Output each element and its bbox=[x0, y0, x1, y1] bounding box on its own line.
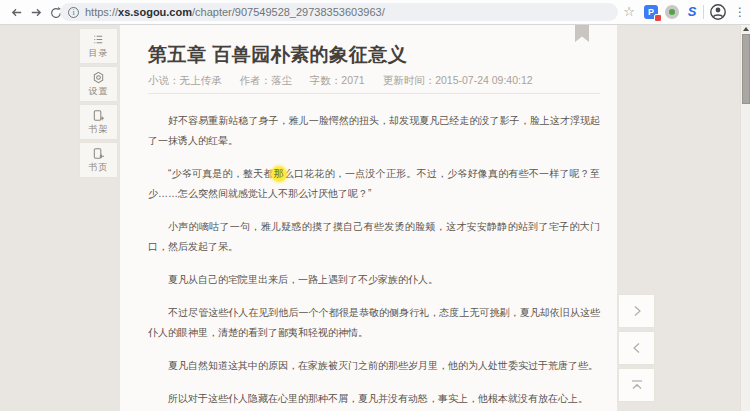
extension-p-icon[interactable]: P bbox=[644, 5, 658, 19]
chapter-content: 第五章 百兽园朴素的象征意义 小说：无上传承 作者：落尘 字数：2071 更新时… bbox=[120, 25, 617, 409]
meta-novel: 小说：无上传承 bbox=[148, 74, 222, 86]
sidebar-item-label: 书架 bbox=[89, 123, 109, 136]
paragraph: “少爷可真是的，整天都那么口花花的，一点没个正形。不过，少爷好像真的有些不一样了… bbox=[148, 164, 600, 204]
prev-chapter-button[interactable] bbox=[618, 331, 655, 365]
toc-list-icon bbox=[92, 33, 105, 46]
next-chapter-button[interactable] bbox=[618, 294, 655, 328]
url-path: /chapter/907549528_29738353603963/ bbox=[192, 6, 385, 18]
browser-toolbar: i https://xs.sogou.com/chapter/907549528… bbox=[0, 0, 750, 25]
page-info-icon[interactable]: i bbox=[68, 7, 79, 18]
url-text: https://xs.sogou.com/chapter/907549528_2… bbox=[85, 6, 385, 18]
chapter-paragraphs: 好不容易重新站稳了身子，雅儿一脸愕然的扭头，却发现夏凡已经走的没了影子，脸上这才… bbox=[148, 111, 600, 409]
meta-author: 作者：落尘 bbox=[239, 74, 292, 86]
bookpage-back-icon bbox=[92, 147, 105, 160]
click-highlight: 那 bbox=[274, 168, 284, 179]
address-bar[interactable]: i https://xs.sogou.com/chapter/907549528… bbox=[60, 3, 618, 21]
forward-arrow-icon bbox=[29, 5, 44, 20]
profile-button[interactable] bbox=[709, 3, 727, 21]
paragraph: 夏凡从自己的宅院里出来后，一路上遇到了不少家族的仆人。 bbox=[148, 270, 600, 290]
chevron-right-icon bbox=[631, 305, 643, 317]
chapter-title: 第五章 百兽园朴素的象征意义 bbox=[148, 43, 600, 67]
extension-p-badge bbox=[654, 14, 662, 22]
bookmark-star-icon[interactable]: ☆ bbox=[621, 3, 637, 21]
browser-window: i https://xs.sogou.com/chapter/907549528… bbox=[0, 0, 750, 411]
reader-page: 目录 设置 书架 书页 第五章 百兽 bbox=[0, 25, 750, 411]
meta-word-count: 字数：2071 bbox=[310, 74, 365, 86]
sidebar-item-toc[interactable]: 目录 bbox=[79, 28, 118, 64]
bookshelf-add-icon bbox=[92, 109, 105, 122]
back-to-top-button[interactable] bbox=[618, 368, 655, 402]
paragraph: 小声的嘀咕了一句，雅儿疑惑的摸了摸自己有些发烫的脸颊，这才安安静静的站到了宅子的… bbox=[148, 217, 600, 257]
back-arrow-icon bbox=[9, 5, 24, 20]
toolbar-separator bbox=[703, 5, 704, 19]
sidebar-item-label: 书页 bbox=[89, 161, 109, 174]
sidebar-item-label: 目录 bbox=[89, 47, 109, 60]
url-domain: xs.sogou.com bbox=[118, 6, 192, 18]
scrollbar-thumb[interactable] bbox=[742, 34, 750, 104]
settings-gear-icon bbox=[92, 71, 105, 84]
paragraph-text: “少爷可真是的，整天都 bbox=[168, 168, 274, 179]
page-scrollbar[interactable] bbox=[740, 25, 750, 411]
sidebar-item-settings[interactable]: 设置 bbox=[79, 66, 118, 102]
url-scheme: https:// bbox=[85, 6, 118, 18]
sidebar-item-bookpage[interactable]: 书页 bbox=[79, 142, 118, 178]
back-button[interactable] bbox=[8, 4, 25, 21]
forward-button[interactable] bbox=[28, 4, 45, 21]
paragraph: 好不容易重新站稳了身子，雅儿一脸愕然的扭头，却发现夏凡已经走的没了影子，脸上这才… bbox=[148, 111, 600, 151]
sidebar-item-label: 设置 bbox=[89, 85, 109, 98]
profile-icon bbox=[709, 3, 727, 21]
paragraph: 不过尽管这些仆人在见到他后一个个都很是恭敬的侧身行礼，态度上无可挑剔，夏凡却依旧… bbox=[148, 303, 600, 343]
scrollbar-up-icon[interactable] bbox=[741, 25, 750, 34]
paragraph: 所以对于这些仆人隐藏在心里的那种不屑，夏凡并没有动怒，事实上，他根本就没有放在心… bbox=[148, 389, 600, 409]
chapter-meta: 小说：无上传承 作者：落尘 字数：2071 更新时间：2015-07-24 09… bbox=[148, 74, 600, 94]
browser-menu-icon[interactable]: ⋮ bbox=[733, 3, 747, 21]
extension-green-dot bbox=[669, 9, 675, 15]
sogou-extension-icon[interactable]: S bbox=[685, 5, 699, 19]
paragraph: 夏凡自然知道这其中的原因，在家族被灭门之前的那些岁月里，他的为人处世委实过于荒唐… bbox=[148, 356, 600, 376]
meta-updated: 更新时间：2015-07-24 09:40:12 bbox=[383, 74, 533, 86]
chapter-paper: 第五章 百兽园朴素的象征意义 小说：无上传承 作者：落尘 字数：2071 更新时… bbox=[120, 25, 617, 411]
extension-circle-icon[interactable] bbox=[665, 5, 679, 19]
chevron-left-icon bbox=[631, 342, 643, 354]
arrow-to-top-icon bbox=[630, 379, 644, 391]
sidebar-item-bookshelf[interactable]: 书架 bbox=[79, 104, 118, 140]
